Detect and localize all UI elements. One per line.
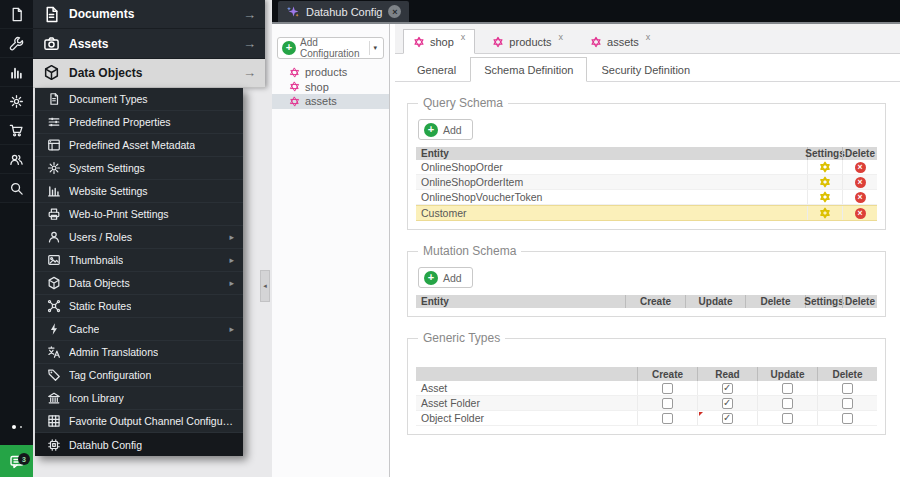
menu-item-predefined-properties[interactable]: Predefined Properties [35, 111, 243, 134]
table-row[interactable]: Asset [416, 381, 877, 396]
close-tab-icon[interactable] [461, 32, 466, 42]
table-row[interactable]: OnlineShopVoucherToken [416, 190, 877, 205]
cart-icon [9, 123, 24, 138]
close-tab-icon[interactable] [559, 32, 564, 42]
menu-item-data-objects[interactable]: Data Objects▸ [35, 272, 243, 295]
settings-icon[interactable] [819, 176, 831, 188]
update-checkbox[interactable] [782, 398, 793, 409]
gear-icon [9, 94, 24, 109]
read-checkbox[interactable] [722, 413, 733, 424]
settings-icon[interactable] [819, 161, 831, 173]
create-checkbox[interactable] [662, 413, 673, 424]
sparkle-icon [286, 5, 300, 19]
rail-settings-button[interactable] [0, 87, 33, 116]
config-star-icon [289, 67, 300, 78]
chevron-down-icon[interactable] [373, 44, 377, 52]
definition-tab-bar: General Schema Definition Security Defin… [395, 54, 900, 82]
delete-icon[interactable] [855, 192, 866, 203]
window-body: Add Configuration products shop [272, 22, 900, 477]
rail-users-button[interactable] [0, 145, 33, 174]
menu-item-thumbnails[interactable]: Thumbnails▸ [35, 249, 243, 272]
delete-checkbox[interactable] [842, 398, 853, 409]
menu-item-web-to-print-settings[interactable]: Web-to-Print Settings [35, 203, 243, 226]
add-configuration-button[interactable]: Add Configuration [277, 37, 384, 59]
tab-schema-definition[interactable]: Schema Definition [470, 57, 587, 82]
tab-products[interactable]: products [482, 29, 573, 54]
configuration-tree: products shop assets [272, 65, 389, 109]
table-row[interactable]: OnlineShopOrderItem [416, 175, 877, 190]
rail-search-button[interactable] [0, 174, 33, 203]
menu-item-datahub-config[interactable]: Datahub Config [35, 433, 243, 456]
menu-item-icon-library[interactable]: Icon Library [35, 387, 243, 410]
rail-tools-button[interactable] [0, 29, 33, 58]
chevron-right-icon: ▸ [229, 278, 234, 288]
mutation-schema-add-button[interactable]: Add [418, 267, 473, 288]
update-checkbox[interactable] [782, 413, 793, 424]
site-bars-icon [47, 184, 61, 198]
config-main-panel: shop products assets Genera [395, 24, 900, 477]
cube-icon [43, 64, 60, 81]
config-item-shop[interactable]: shop [272, 80, 389, 95]
menu-item-document-types[interactable]: Document Types [35, 88, 243, 111]
close-tab-icon[interactable] [646, 32, 651, 42]
rail-ecommerce-button[interactable] [0, 116, 33, 145]
plus-icon [282, 41, 296, 55]
menu-data-objects[interactable]: Data Objects [33, 59, 265, 88]
table-row[interactable]: Object Folder [416, 411, 877, 426]
menu-item-favorite-output-channel-configurations[interactable]: Favorite Output Channel Configurations [35, 410, 243, 433]
menu-item-cache[interactable]: Cache▸ [35, 318, 243, 341]
table-row[interactable]: Asset Folder [416, 396, 877, 411]
tab-security-definition[interactable]: Security Definition [587, 57, 704, 82]
menu-item-tag-configuration[interactable]: Tag Configuration [35, 364, 243, 387]
button-divider [369, 41, 370, 55]
table-row-selected[interactable]: Customer [416, 205, 877, 221]
tab-assets[interactable]: assets [580, 29, 660, 54]
create-checkbox[interactable] [662, 398, 673, 409]
add-configuration-label: Add Configuration [300, 37, 361, 59]
delete-icon[interactable] [855, 162, 866, 173]
translate-icon [47, 345, 61, 359]
config-item-products[interactable]: products [272, 65, 389, 80]
menu-item-system-settings[interactable]: System Settings [35, 157, 243, 180]
table-row[interactable]: OnlineShopOrder [416, 160, 877, 175]
expand-arrow-icon [243, 7, 256, 22]
rail-documents-button[interactable] [0, 0, 33, 29]
read-checkbox[interactable] [722, 398, 733, 409]
read-checkbox[interactable] [722, 383, 733, 394]
feedback-chat-button[interactable]: 3 [0, 445, 33, 477]
delete-checkbox[interactable] [842, 413, 853, 424]
settings-icon[interactable] [819, 207, 831, 219]
tab-datahub-config[interactable]: Datahub Config [278, 1, 409, 22]
tag-icon [47, 368, 61, 382]
menu-item-static-routes[interactable]: Static Routes [35, 295, 243, 318]
query-schema-add-button[interactable]: Add [418, 119, 473, 140]
delete-icon[interactable] [855, 177, 866, 188]
panel-collapse-handle[interactable] [260, 270, 270, 302]
rail-reports-button[interactable] [0, 58, 33, 87]
delete-checkbox[interactable] [842, 383, 853, 394]
menu-assets[interactable]: Assets [33, 29, 265, 58]
bank-icon [47, 391, 61, 405]
tab-shop[interactable]: shop [403, 29, 475, 54]
config-item-assets[interactable]: assets [272, 94, 389, 109]
menu-item-admin-translations[interactable]: Admin Translations [35, 341, 243, 364]
generic-types-legend: Generic Types [418, 331, 505, 345]
config-tab-bar: shop products assets [395, 24, 900, 54]
create-checkbox[interactable] [662, 383, 673, 394]
close-icon[interactable] [388, 5, 401, 18]
mutation-schema-table: Entity Create Update Delete Settings Del… [416, 295, 877, 308]
camera-icon [43, 35, 60, 52]
menu-item-predefined-asset-metadata[interactable]: Predefined Asset Metadata [35, 134, 243, 157]
delete-icon[interactable] [855, 208, 866, 219]
table-header: Entity Settings Delete [416, 147, 877, 160]
chevron-right-icon: ▸ [229, 232, 234, 242]
query-schema-legend: Query Schema [418, 96, 508, 110]
config-star-icon [413, 36, 425, 48]
config-star-icon [289, 81, 300, 92]
update-checkbox[interactable] [782, 383, 793, 394]
menu-item-website-settings[interactable]: Website Settings [35, 180, 243, 203]
tab-general[interactable]: General [403, 57, 470, 82]
menu-item-users-roles[interactable]: Users / Roles▸ [35, 226, 243, 249]
menu-documents[interactable]: Documents [33, 0, 265, 29]
settings-icon[interactable] [819, 191, 831, 203]
